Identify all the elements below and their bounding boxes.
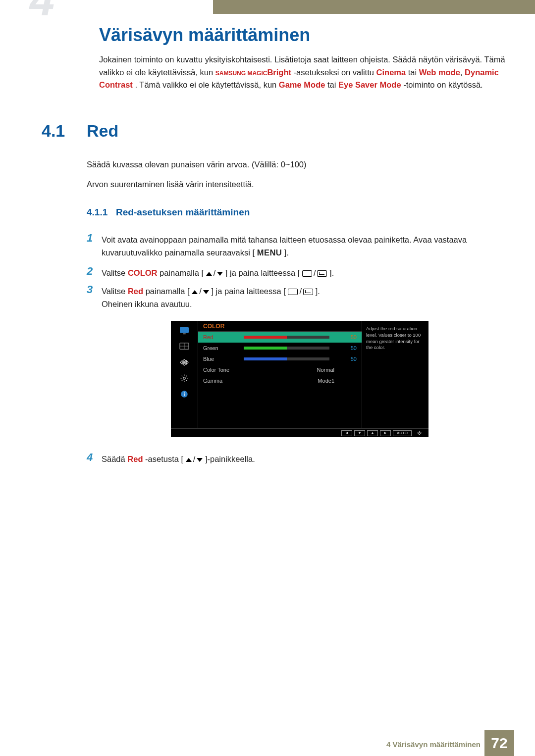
page-footer: 4 Värisävyn määrittäminen 72 bbox=[0, 730, 535, 756]
section-para-2: Arvon suurentaminen lisää värin intensit… bbox=[87, 178, 505, 191]
step-text-3: Valitse Red painamalla [ / ] ja paina la… bbox=[102, 285, 505, 310]
osd-up-button[interactable]: ▲ bbox=[367, 430, 378, 436]
settings-gear-icon[interactable] bbox=[178, 373, 191, 383]
up-arrow-icon bbox=[206, 272, 212, 276]
osd-row-gamma[interactable]: Gamma Mode1 bbox=[198, 375, 362, 386]
subsection-number: 4.1.1 bbox=[87, 207, 107, 218]
color-label: COLOR bbox=[128, 268, 158, 277]
intro-paragraph: Jokainen toiminto on kuvattu yksityiskoh… bbox=[99, 53, 505, 92]
display-icon[interactable] bbox=[178, 326, 191, 336]
osd-label-blue: Blue bbox=[203, 356, 239, 362]
osd-power-icon[interactable]: ⏻ bbox=[414, 430, 425, 436]
osd-value-blue: 50 bbox=[334, 356, 357, 362]
step-text-2: Valitse COLOR painamalla [ / ] ja paina … bbox=[102, 267, 505, 280]
chapter-title: Värisävyn määrittäminen bbox=[99, 25, 310, 46]
step-text-1: Voit avata avainoppaan painamalla mitä t… bbox=[102, 234, 505, 259]
osd-footer: ◄ ▼ ▲ ► AUTO ⏻ bbox=[171, 428, 428, 437]
gamemode-label: Game Mode bbox=[279, 80, 325, 89]
osd-menu: COLOR Red 50 Green 50 Blue 50 bbox=[171, 321, 428, 437]
step-text-4: Säädä Red -asetusta [ / ]-painikkeella. bbox=[102, 453, 505, 466]
osd-bar-blue bbox=[244, 357, 329, 360]
osd-value-colortone: Normal bbox=[244, 367, 357, 373]
down-arrow-icon bbox=[217, 272, 223, 276]
magic-label: SAMSUNG MAGIC bbox=[215, 70, 268, 77]
osd-left-button[interactable]: ◄ bbox=[341, 430, 352, 436]
osd-row-blue[interactable]: Blue 50 bbox=[198, 353, 362, 364]
picture-icon[interactable] bbox=[178, 342, 191, 352]
cinema-label: Cinema bbox=[376, 68, 406, 77]
bright-label: Bright bbox=[267, 68, 291, 77]
enter-button-icon bbox=[317, 270, 327, 277]
osd-main: COLOR Red 50 Green 50 Blue 50 bbox=[198, 321, 362, 428]
page-number: 72 bbox=[484, 730, 514, 756]
webmode-label: Web mode bbox=[419, 68, 460, 77]
osd-sidebar bbox=[171, 321, 198, 428]
step-number-4: 4 bbox=[87, 451, 93, 464]
svg-rect-1 bbox=[183, 333, 185, 334]
svg-rect-7 bbox=[184, 394, 185, 396]
intro-text: tai bbox=[408, 68, 419, 77]
osd-value-green: 50 bbox=[334, 345, 357, 351]
osd-header: COLOR bbox=[198, 321, 362, 332]
svg-rect-0 bbox=[180, 327, 189, 333]
intro-text: . Tämä valikko ei ole käytettävissä, kun bbox=[135, 80, 278, 89]
intro-text: tai bbox=[327, 80, 338, 89]
chapter-number-bg: 4 bbox=[30, 0, 54, 22]
eyesaver-label: Eye Saver Mode bbox=[338, 80, 401, 89]
down-arrow-icon bbox=[197, 458, 203, 462]
svg-rect-8 bbox=[184, 392, 185, 393]
section-number: 4.1 bbox=[42, 121, 65, 141]
red-label: Red bbox=[127, 454, 143, 463]
osd-bar-green bbox=[244, 347, 329, 350]
red-label: Red bbox=[128, 287, 143, 296]
osd-down-button[interactable]: ▼ bbox=[354, 430, 365, 436]
footer-chapter-label: 4 Värisävyn määrittäminen bbox=[386, 740, 481, 749]
step-number-2: 2 bbox=[87, 265, 93, 278]
size-icon[interactable] bbox=[178, 357, 191, 367]
osd-label-red: Red bbox=[203, 334, 239, 340]
osd-value-gamma: Mode1 bbox=[244, 378, 357, 384]
down-arrow-icon bbox=[203, 290, 209, 294]
osd-auto-button[interactable]: AUTO bbox=[393, 430, 412, 436]
osd-label-green: Green bbox=[203, 345, 239, 351]
osd-help-text: Adjust the red saturation level. Values … bbox=[362, 321, 428, 428]
osd-row-green[interactable]: Green 50 bbox=[198, 343, 362, 353]
osd-bar-red bbox=[244, 336, 329, 339]
up-arrow-icon bbox=[192, 290, 198, 294]
osd-label-gamma: Gamma bbox=[203, 378, 239, 384]
intro-text: -toiminto on käytössä. bbox=[403, 80, 483, 89]
enter-button-icon bbox=[303, 289, 313, 295]
source-button-icon bbox=[288, 289, 298, 295]
menu-label: MENU bbox=[257, 248, 282, 257]
top-accent-bar bbox=[213, 0, 535, 14]
svg-point-5 bbox=[183, 377, 186, 380]
up-arrow-icon bbox=[186, 458, 192, 462]
osd-row-colortone[interactable]: Color Tone Normal bbox=[198, 364, 362, 375]
step-number-3: 3 bbox=[87, 283, 93, 296]
subsection-title: Red-asetuksen määrittäminen bbox=[116, 207, 250, 218]
section-para-1: Säädä kuvassa olevan punaisen värin arvo… bbox=[87, 158, 505, 171]
step-number-1: 1 bbox=[87, 232, 93, 245]
osd-right-button[interactable]: ► bbox=[380, 430, 391, 436]
osd-label-colortone: Color Tone bbox=[203, 367, 239, 373]
section-title: Red bbox=[87, 121, 118, 141]
source-button-icon bbox=[302, 270, 312, 277]
intro-text: -asetukseksi on valittu bbox=[294, 68, 376, 77]
osd-row-red[interactable]: Red 50 bbox=[198, 332, 362, 343]
osd-value-red: 50 bbox=[334, 334, 357, 340]
info-icon[interactable] bbox=[178, 389, 191, 399]
